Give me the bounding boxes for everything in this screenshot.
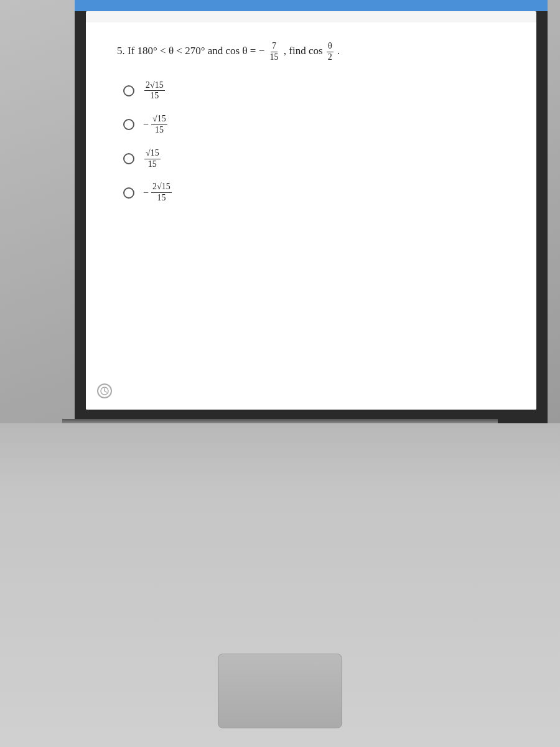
svg-line-2 (105, 391, 106, 392)
option-c-math: √15 15 (143, 148, 162, 170)
screen: 5. If 180° < θ < 270° and cos θ = − 7 15… (86, 11, 536, 410)
trackpad[interactable] (218, 654, 342, 728)
fraction-c: √15 15 (144, 148, 161, 170)
content-area: 5. If 180° < θ < 270° and cos θ = − 7 15… (86, 22, 536, 410)
question-period: . (337, 45, 340, 57)
main-fraction: 7 15 (269, 41, 280, 63)
fraction-a: 2√15 15 (144, 80, 165, 102)
question-part2: , find cos (284, 45, 325, 57)
option-a: 2√15 15 (123, 80, 505, 102)
option-d: − 2√15 15 (123, 182, 505, 204)
screen-bezel: 5. If 180° < θ < 270° and cos θ = − 7 15… (75, 0, 548, 423)
clock-icon (97, 383, 112, 398)
radio-b[interactable] (123, 119, 134, 130)
laptop-shell: 5. If 180° < θ < 270° and cos θ = − 7 15… (0, 0, 560, 747)
option-d-math: − 2√15 15 (143, 182, 173, 204)
radio-c[interactable] (123, 153, 134, 164)
option-b-math: − √15 15 (143, 114, 169, 136)
question-text: 5. If 180° < θ < 270° and cos θ = − 7 15… (117, 41, 505, 63)
radio-a[interactable] (123, 85, 134, 96)
option-c: √15 15 (123, 148, 505, 170)
option-a-math: 2√15 15 (143, 80, 166, 102)
fraction-d: 2√15 15 (151, 182, 172, 204)
fraction-b: √15 15 (151, 114, 167, 136)
question-number: 5. If 180° < θ < 270° and cos θ = − (117, 45, 264, 57)
radio-d[interactable] (123, 187, 134, 199)
half-angle-fraction: θ 2 (327, 41, 334, 63)
options-list: 2√15 15 − √15 15 (123, 80, 505, 204)
keyboard-area: esc ☀ F1 ☀ F2 ⬜⬜ F3 (0, 423, 560, 747)
screen-topbar (75, 0, 548, 11)
option-b: − √15 15 (123, 114, 505, 136)
